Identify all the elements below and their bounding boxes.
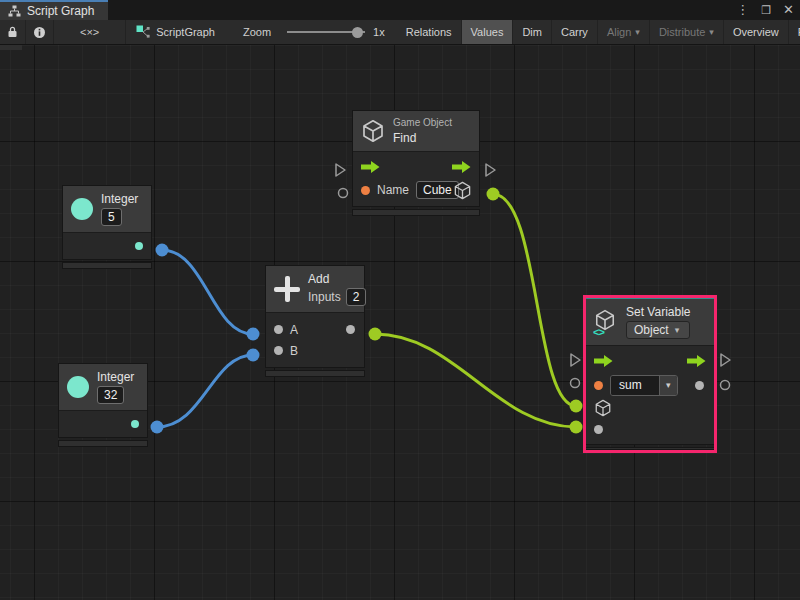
node-footer <box>352 209 480 216</box>
lock-icon <box>7 26 18 38</box>
integer-value-field[interactable]: 32 <box>97 386 124 404</box>
flow-output-arrow-icon[interactable] <box>687 355 706 367</box>
zoom-slider-handle[interactable] <box>352 27 363 38</box>
name-label: Name <box>377 183 409 197</box>
graph-name-label: ScriptGraph <box>156 26 215 38</box>
variable-name-dropdown[interactable]: sum ▾ <box>610 375 678 396</box>
tab-script-graph[interactable]: Script Graph <box>0 0 108 20</box>
info-icon <box>33 26 46 39</box>
node-add[interactable]: Add Inputs 2 A B <box>265 265 365 377</box>
inputs-count-field[interactable]: 2 <box>346 288 367 306</box>
wire-endpoint[interactable] <box>156 244 169 257</box>
add-input-a-port[interactable] <box>274 325 283 334</box>
add-output-port[interactable] <box>346 325 355 334</box>
node-footer <box>265 370 365 377</box>
flow-input-arrow-icon[interactable] <box>361 161 380 173</box>
flow-input-port[interactable] <box>571 354 580 366</box>
variable-output-port[interactable] <box>695 381 704 390</box>
window-close-icon[interactable]: ✕ <box>783 0 794 20</box>
node-footer <box>586 447 714 450</box>
integer-type-icon <box>71 198 93 220</box>
find-name-input-port[interactable] <box>361 186 370 195</box>
graph-toolbar: <×> ScriptGraph Zoom 1x Relations Values… <box>0 20 800 45</box>
node-integer-a[interactable]: Integer 5 <box>62 185 152 269</box>
distribute-button[interactable]: Distribute ▾ <box>650 20 724 44</box>
tab-label: Script Graph <box>27 4 94 18</box>
wire-endpoint[interactable] <box>487 188 500 201</box>
port-label: B <box>290 344 298 358</box>
value-output-port[interactable] <box>721 381 730 390</box>
values-button[interactable]: Values <box>462 20 514 44</box>
chevron-down-icon: ▾ <box>709 27 714 37</box>
code-view-icon: <×> <box>80 26 99 38</box>
carry-button[interactable]: Carry <box>552 20 598 44</box>
wire-endpoint[interactable] <box>247 349 260 362</box>
chevron-down-icon: ▾ <box>635 27 640 37</box>
wire-endpoint[interactable] <box>369 328 382 341</box>
overview-button[interactable]: Overview <box>724 20 789 44</box>
wire-endpoint[interactable] <box>570 400 583 413</box>
variable-scope-dropdown[interactable]: Object ▾ <box>626 321 690 339</box>
node-set-variable[interactable]: <> Set Variable Object ▾ <box>583 295 717 453</box>
chevron-down-icon: ▾ <box>675 325 680 335</box>
node-title: Integer <box>97 370 134 384</box>
variable-name-input-port[interactable] <box>594 381 603 390</box>
node-footer <box>62 262 152 269</box>
integer-value-field[interactable]: 5 <box>101 208 122 226</box>
info-button[interactable] <box>26 20 54 44</box>
node-title: Set Variable <box>626 305 690 319</box>
flow-input-arrow-icon[interactable] <box>594 355 613 367</box>
wire-integer5-to-add-a[interactable] <box>162 250 253 334</box>
add-input-b-port[interactable] <box>274 346 283 355</box>
value-input-port[interactable] <box>571 379 580 388</box>
value-input-port[interactable] <box>339 189 348 198</box>
gameobject-output-port[interactable] <box>453 181 472 200</box>
port-label: A <box>290 323 298 337</box>
align-button[interactable]: Align ▾ <box>598 20 650 44</box>
node-gameobject-find[interactable]: Game Object Find Name Cube <box>352 110 480 216</box>
node-category: Game Object <box>393 117 452 128</box>
code-view-button[interactable]: <×> <box>54 20 126 44</box>
flow-output-port[interactable] <box>721 354 730 366</box>
graph-canvas[interactable]: Integer 5 Integer 32 <box>0 45 800 600</box>
tab-bar: Script Graph ⋮ ❒ ✕ <box>0 0 800 20</box>
inputs-label: Inputs <box>308 290 341 304</box>
distribute-label: Distribute <box>659 26 705 38</box>
node-integer-b[interactable]: Integer 32 <box>58 363 148 447</box>
value-input-port[interactable] <box>594 425 603 434</box>
wire-integer32-to-add-b[interactable] <box>157 355 253 427</box>
object-input-port[interactable] <box>594 399 612 417</box>
flow-output-port[interactable] <box>486 164 495 176</box>
relations-button[interactable]: Relations <box>397 20 462 44</box>
flow-output-arrow-icon[interactable] <box>452 161 471 173</box>
script-graph-icon <box>136 25 150 39</box>
align-label: Align <box>607 26 631 38</box>
node-title: Find <box>393 131 452 145</box>
flow-input-port[interactable] <box>336 164 345 176</box>
window-maximize-icon[interactable]: ❒ <box>761 0 771 20</box>
node-title: Add <box>308 272 366 286</box>
lock-button[interactable] <box>0 20 26 44</box>
wire-endpoint[interactable] <box>151 421 164 434</box>
zoom-slider[interactable] <box>287 26 365 38</box>
wire-endpoint[interactable] <box>247 328 260 341</box>
integer-output-port[interactable] <box>135 242 143 250</box>
integer-output-port[interactable] <box>131 420 139 428</box>
chevron-down-icon: ▾ <box>659 376 677 395</box>
add-icon <box>274 276 300 302</box>
code-brackets-icon: <> <box>593 326 604 338</box>
graph-name-breadcrumb[interactable]: ScriptGraph <box>126 20 225 44</box>
zoom-label: Zoom <box>235 26 279 38</box>
integer-type-icon <box>67 376 89 398</box>
wire-find-to-setvariable-object[interactable] <box>493 194 576 406</box>
wire-endpoint[interactable] <box>570 421 583 434</box>
dim-button[interactable]: Dim <box>513 20 552 44</box>
zoom-value: 1x <box>373 26 385 38</box>
fullscreen-button[interactable]: Full Screen <box>789 20 800 44</box>
variable-name-value: sum <box>611 376 659 395</box>
gameobject-icon <box>361 119 385 143</box>
node-footer <box>58 440 148 447</box>
window-menu-icon[interactable]: ⋮ <box>736 0 749 20</box>
scope-label: Object <box>634 323 669 337</box>
node-title: Integer <box>101 192 138 206</box>
